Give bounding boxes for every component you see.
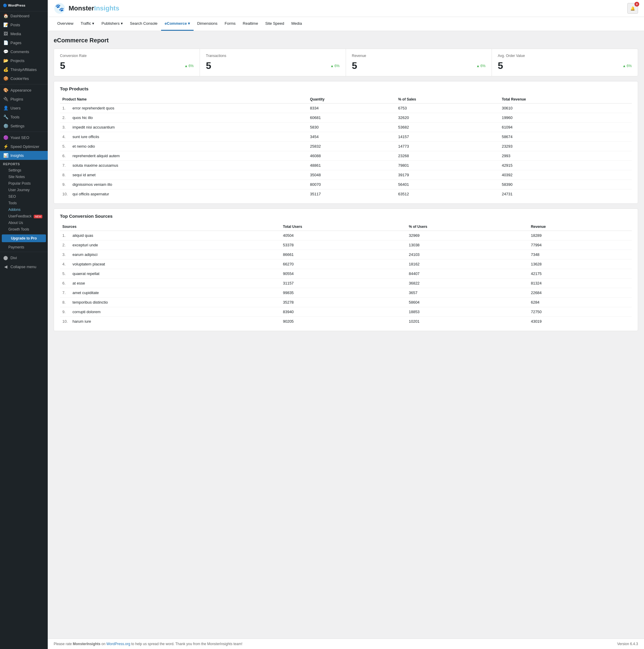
product-name: sequi id amet bbox=[70, 170, 307, 180]
revenue: 22684 bbox=[528, 288, 632, 298]
sidebar-item-label: CookieYes bbox=[10, 76, 29, 81]
stat-change-conversion-rate: ▲ 6% bbox=[184, 64, 194, 68]
product-name: impedit nisi accusantium bbox=[70, 123, 307, 132]
quantity: 46088 bbox=[307, 151, 395, 161]
stat-value-transactions: 5 bbox=[206, 60, 211, 71]
tab-site-speed[interactable]: Site Speed bbox=[262, 17, 288, 31]
col-total-revenue: Total Revenue bbox=[499, 95, 632, 103]
sidebar-item-posts[interactable]: 📝 Posts bbox=[0, 20, 48, 29]
sidebar-sub-addons[interactable]: Addons bbox=[0, 206, 48, 213]
conversion-sources-body: 1. aliquid quas 40504 32969 18289 2. exc… bbox=[60, 231, 632, 326]
tab-forms[interactable]: Forms bbox=[221, 17, 239, 31]
revenue: 18289 bbox=[528, 231, 632, 241]
tab-traffic[interactable]: Traffic ▾ bbox=[77, 17, 98, 31]
sidebar-sub-about-us[interactable]: About Us bbox=[0, 219, 48, 226]
stat-value-revenue: 5 bbox=[352, 60, 357, 71]
sidebar-item-cookieyes[interactable]: 🍪 CookieYes bbox=[0, 74, 48, 83]
sidebar-item-projects[interactable]: 📂 Projects bbox=[0, 56, 48, 65]
sidebar-item-label: Yoast SEO bbox=[10, 135, 29, 140]
sidebar-item-plugins[interactable]: 🔌 Plugins bbox=[0, 94, 48, 103]
cookieyes-icon: 🍪 bbox=[3, 76, 8, 81]
sidebar-sub-settings[interactable]: Settings bbox=[0, 167, 48, 174]
sidebar-item-settings[interactable]: ⚙️ Settings bbox=[0, 121, 48, 130]
pct-users: 18162 bbox=[406, 259, 528, 269]
pct-sales: 39179 bbox=[396, 170, 499, 180]
plugins-icon: 🔌 bbox=[3, 97, 8, 101]
product-name: error reprehenderit quos bbox=[70, 103, 307, 113]
sidebar-divider bbox=[0, 84, 48, 84]
product-name: quos hic illo bbox=[70, 113, 307, 123]
tab-dimensions[interactable]: Dimensions bbox=[194, 17, 221, 31]
reports-section-title: Reports bbox=[0, 160, 48, 167]
tab-publishers[interactable]: Publishers ▾ bbox=[98, 17, 126, 31]
sidebar-item-pages[interactable]: 📄 Pages bbox=[0, 38, 48, 47]
total-users: 40504 bbox=[281, 231, 406, 241]
tab-media[interactable]: Media bbox=[288, 17, 305, 31]
conversion-sources-header-row: Sources Total Users % of Users Revenue bbox=[60, 223, 632, 231]
sidebar-sub-growth-tools[interactable]: Growth Tools bbox=[0, 226, 48, 233]
svg-text:🐾: 🐾 bbox=[55, 3, 64, 12]
speed-optimizer-icon: ⚡ bbox=[3, 144, 8, 149]
sidebar-item-label: Tools bbox=[10, 115, 19, 119]
table-row: 3. earum adipisci 86661 24103 7348 bbox=[60, 250, 632, 259]
sidebar-item-label: Appearance bbox=[10, 88, 31, 92]
version-text: Version 6.4.3 bbox=[617, 642, 638, 646]
sidebar-item-divi[interactable]: ⬤ Divi bbox=[0, 253, 48, 262]
sidebar-item-speed-optimizer[interactable]: ⚡ Speed Optimizer bbox=[0, 142, 48, 151]
sidebar-item-media[interactable]: 🖼 Media bbox=[0, 29, 48, 38]
revenue: 6284 bbox=[528, 298, 632, 307]
main-content: 🐾 MonsterInsights 🔔 0 Overview Traffic ▾… bbox=[48, 0, 644, 649]
settings-icon: ⚙️ bbox=[3, 124, 8, 128]
arrow-up-icon: ▲ bbox=[184, 64, 188, 68]
stats-row: Conversion Rate 5 ▲ 6% Transactions 5 ▲ … bbox=[54, 49, 638, 76]
sidebar-sub-tools[interactable]: Tools bbox=[0, 200, 48, 206]
pct-sales: 53682 bbox=[396, 123, 499, 132]
product-name: dignissimos veniam illo bbox=[70, 180, 307, 189]
pct-sales: 63512 bbox=[396, 189, 499, 199]
wp-logo: 🔵 WordPress bbox=[3, 4, 45, 7]
total-revenue: 23293 bbox=[499, 142, 632, 151]
sidebar-sub-seo[interactable]: SEO bbox=[0, 193, 48, 200]
page-title: eCommerce Report bbox=[54, 37, 638, 44]
sidebar-sub-user-journey[interactable]: User Journey bbox=[0, 187, 48, 193]
sidebar-item-tools[interactable]: 🔧 Tools bbox=[0, 113, 48, 121]
pct-sales: 23268 bbox=[396, 151, 499, 161]
wordpress-org-link[interactable]: WordPress.org bbox=[106, 642, 130, 646]
source-name: corrupti dolorem bbox=[70, 307, 281, 317]
sidebar-item-dashboard[interactable]: 🏠 Dashboard bbox=[0, 11, 48, 20]
pct-users: 36822 bbox=[406, 278, 528, 288]
sidebar-item-appearance[interactable]: 🎨 Appearance bbox=[0, 86, 48, 94]
row-num: 8. bbox=[60, 170, 70, 180]
total-users: 86661 bbox=[281, 250, 406, 259]
tab-ecommerce[interactable]: eCommerce ▾ bbox=[161, 17, 194, 31]
sidebar-item-users[interactable]: 👤 Users bbox=[0, 103, 48, 113]
sidebar-item-label: Pages bbox=[10, 41, 22, 45]
table-row: 7. amet cupiditate 99835 3657 22684 bbox=[60, 288, 632, 298]
col-total-users: Total Users bbox=[281, 223, 406, 231]
sidebar-item-insights[interactable]: 📊 Insights bbox=[0, 151, 48, 160]
sidebar-sub-payments[interactable]: Payments bbox=[0, 244, 48, 251]
sidebar-sub-userfeedback[interactable]: UserFeedback NEW bbox=[0, 213, 48, 219]
notification-button[interactable]: 🔔 0 bbox=[627, 3, 638, 14]
sidebar-item-comments[interactable]: 💬 Comments bbox=[0, 47, 48, 56]
tab-realtime[interactable]: Realtime bbox=[239, 17, 262, 31]
tab-overview[interactable]: Overview bbox=[54, 17, 77, 31]
row-num: 7. bbox=[60, 288, 70, 298]
revenue: 43019 bbox=[528, 317, 632, 326]
sidebar-item-thirstyaffiliates[interactable]: 💰 ThirstyAffiliates bbox=[0, 65, 48, 74]
sidebar-item-label: Projects bbox=[10, 58, 25, 63]
quantity: 48861 bbox=[307, 161, 395, 170]
tab-search-console[interactable]: Search Console bbox=[126, 17, 161, 31]
sidebar-collapse-menu[interactable]: ◀ Collapse menu bbox=[0, 262, 48, 271]
col-revenue: Revenue bbox=[528, 223, 632, 231]
collapse-icon: ◀ bbox=[3, 264, 8, 269]
sidebar-sub-site-notes[interactable]: Site Notes bbox=[0, 174, 48, 180]
yoast-seo-icon: 🟣 bbox=[3, 135, 8, 140]
upgrade-to-pro-button[interactable]: Upgrade to Pro bbox=[2, 234, 46, 242]
sidebar-item-yoast-seo[interactable]: 🟣 Yoast SEO bbox=[0, 133, 48, 142]
table-row: 2. quos hic illo 60681 32620 19960 bbox=[60, 113, 632, 123]
monster-insights-logo: 🐾 bbox=[54, 2, 66, 14]
sidebar-sub-popular-posts[interactable]: Popular Posts bbox=[0, 180, 48, 187]
sidebar-divider-3 bbox=[0, 252, 48, 252]
total-revenue: 40392 bbox=[499, 170, 632, 180]
